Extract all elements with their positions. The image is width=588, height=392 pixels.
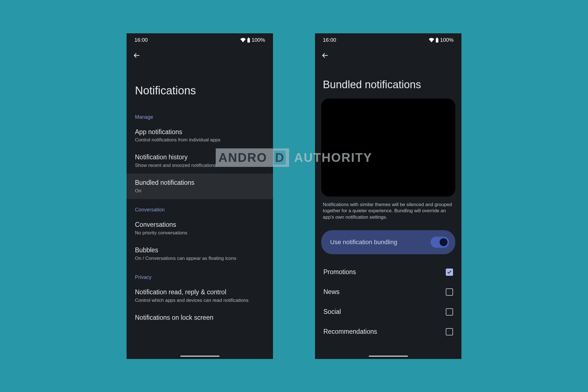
status-bar: 16:00 100% <box>127 33 273 47</box>
page-title: Bundled notifications <box>315 59 461 99</box>
checkbox-icon[interactable] <box>446 269 453 276</box>
checkbox-row-social[interactable]: Social <box>315 302 461 322</box>
battery-percent: 100% <box>251 37 265 43</box>
preview-card <box>321 99 455 197</box>
status-time: 16:00 <box>134 37 148 43</box>
checkbox-icon[interactable] <box>446 308 453 316</box>
battery-icon <box>435 38 439 43</box>
toggle-use-notification-bundling[interactable]: Use notification bundling <box>321 230 455 254</box>
setting-notification-read-reply-control[interactable]: Notification read, reply & control Contr… <box>127 283 273 309</box>
battery-icon <box>247 38 250 43</box>
switch-icon[interactable] <box>431 237 449 248</box>
battery-percent: 100% <box>440 37 454 43</box>
wifi-icon <box>240 38 246 42</box>
section-label-privacy: Privacy <box>127 267 273 283</box>
checkbox-icon[interactable] <box>446 288 453 296</box>
status-icons: 100% <box>429 37 454 43</box>
section-label-manage: Manage <box>127 106 273 123</box>
svg-rect-3 <box>437 38 438 38</box>
setting-conversations[interactable]: Conversations No priority conversations <box>127 216 273 241</box>
wifi-icon <box>429 38 434 42</box>
setting-notifications-on-lock-screen[interactable]: Notifications on lock screen <box>127 309 273 322</box>
phone-screen-notifications: 16:00 100% Notifications Manage App noti… <box>127 33 273 359</box>
setting-notification-history[interactable]: Notification history Show recent and sno… <box>127 148 273 174</box>
svg-rect-1 <box>248 38 249 38</box>
setting-app-notifications[interactable]: App notifications Control notifications … <box>127 123 273 148</box>
status-icons: 100% <box>240 37 265 43</box>
status-time: 16:00 <box>323 37 336 43</box>
back-arrow-icon[interactable] <box>322 52 329 59</box>
phone-screen-bundled-notifications: 16:00 100% Bundled notifications Notific… <box>315 33 461 359</box>
setting-bundled-notifications[interactable]: Bundled notifications On <box>127 174 273 199</box>
toggle-label: Use notification bundling <box>330 239 397 246</box>
status-bar: 16:00 100% <box>315 33 461 47</box>
checkbox-row-recommendations[interactable]: Recommendations <box>315 322 461 342</box>
svg-rect-2 <box>436 38 438 42</box>
checkbox-icon[interactable] <box>446 328 453 335</box>
checkbox-row-news[interactable]: News <box>315 282 461 302</box>
svg-rect-0 <box>248 38 250 42</box>
setting-bubbles[interactable]: Bubbles On / Conversations can appear as… <box>127 241 273 267</box>
checkbox-row-promotions[interactable]: Promotions <box>315 262 461 282</box>
nav-handle[interactable] <box>180 356 220 357</box>
back-arrow-icon[interactable] <box>133 52 141 59</box>
description-text: Notifications with similar themes will b… <box>315 202 461 227</box>
page-title: Notifications <box>127 59 273 106</box>
section-label-conversation: Conversation <box>127 199 273 216</box>
nav-handle[interactable] <box>369 356 408 357</box>
